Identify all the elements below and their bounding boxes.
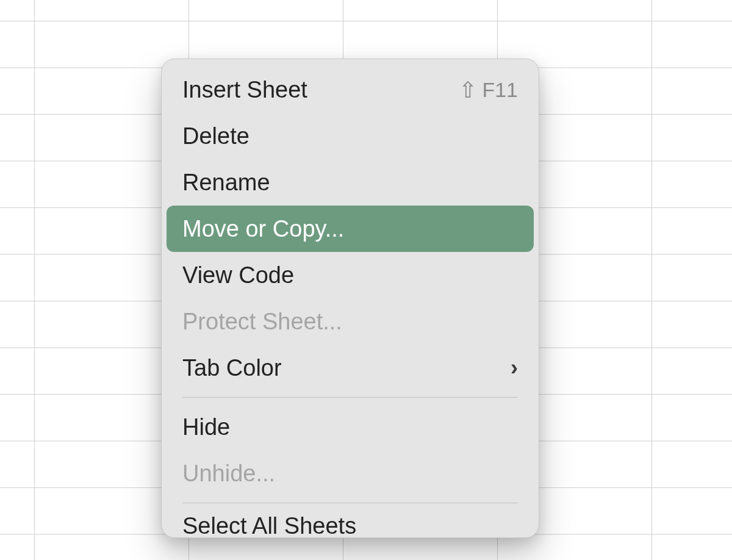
shortcut-hint: ⇧ F11 — [459, 78, 518, 102]
menu-item-label: Protect Sheet... — [182, 309, 342, 335]
menu-item-insert-sheet[interactable]: Insert Sheet ⇧ F11 — [167, 66, 534, 113]
menu-separator — [182, 503, 518, 503]
menu-item-label: Insert Sheet — [182, 77, 307, 103]
menu-item-tab-color[interactable]: Tab Color › — [167, 345, 534, 391]
menu-item-protect-sheet: Protect Sheet... — [167, 298, 534, 345]
chevron-right-icon: › — [511, 355, 518, 381]
menu-item-move-or-copy[interactable]: Move or Copy... — [167, 206, 534, 252]
menu-item-label: Tab Color — [182, 355, 282, 381]
menu-item-select-all-sheets[interactable]: Select All Sheets — [167, 509, 534, 537]
menu-item-rename[interactable]: Rename — [167, 159, 534, 206]
shift-icon: ⇧ — [459, 79, 477, 101]
shortcut-key: F11 — [482, 78, 518, 102]
menu-item-hide[interactable]: Hide — [167, 404, 534, 450]
menu-item-label: View Code — [182, 262, 294, 289]
menu-item-label: Move or Copy... — [182, 216, 344, 242]
menu-item-unhide: Unhide... — [167, 450, 534, 497]
menu-item-label: Delete — [182, 123, 249, 149]
menu-item-delete[interactable]: Delete — [167, 113, 534, 159]
menu-item-label: Hide — [182, 414, 230, 440]
menu-separator — [182, 397, 518, 398]
menu-item-label: Rename — [182, 170, 270, 196]
menu-item-view-code[interactable]: View Code — [167, 252, 534, 298]
sheet-tab-context-menu: Insert Sheet ⇧ F11 Delete Rename Move or… — [161, 59, 539, 538]
menu-item-label: Unhide... — [182, 461, 275, 487]
menu-item-label: Select All Sheets — [182, 513, 356, 537]
